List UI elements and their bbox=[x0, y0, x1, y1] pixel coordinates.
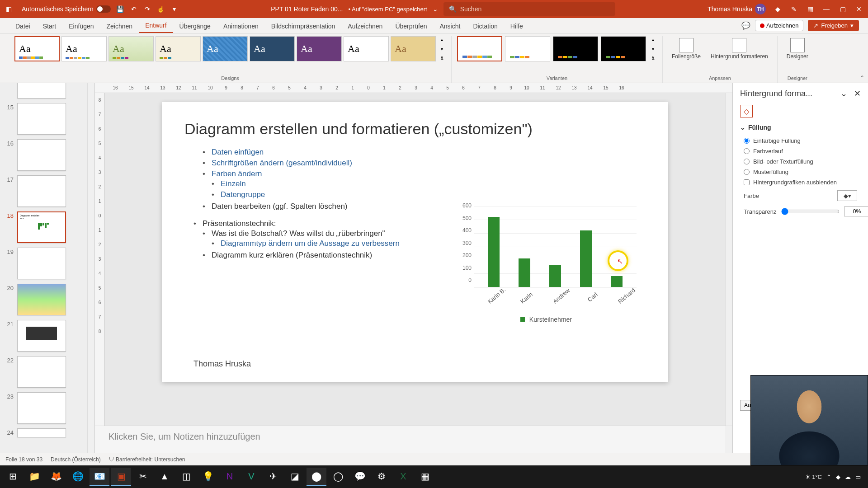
close-icon[interactable]: ✕ bbox=[854, 5, 863, 14]
accessibility-label[interactable]: ⛉ Barrierefreiheit: Untersuchen bbox=[109, 456, 185, 463]
start-button[interactable]: ⊞ bbox=[3, 468, 23, 486]
slide-thumb-22[interactable] bbox=[17, 356, 66, 388]
minimize-icon[interactable]: — bbox=[822, 5, 831, 14]
panel-close-icon[interactable]: ✕ bbox=[854, 89, 861, 98]
bullet-link[interactable]: Datengruppe bbox=[221, 190, 265, 199]
calendar-icon[interactable]: ▦ bbox=[806, 5, 815, 14]
gallery-up-icon[interactable]: ▴ bbox=[438, 37, 446, 42]
outlook-icon[interactable]: 📧 bbox=[90, 468, 109, 486]
chart-bar[interactable] bbox=[519, 258, 530, 287]
slide-thumb-20[interactable] bbox=[17, 284, 66, 315]
fill-pattern-option[interactable]: Musterfüllung bbox=[740, 167, 861, 177]
obs-icon[interactable]: ⬤ bbox=[307, 468, 326, 486]
tab-ansicht[interactable]: Ansicht bbox=[433, 19, 467, 33]
bullet-link[interactable]: Diagrammtyp ändern um die Aussage zu ver… bbox=[221, 239, 400, 248]
excel-icon[interactable]: X bbox=[393, 468, 413, 486]
slide-title[interactable]: Diagramm erstellen und formatieren („cus… bbox=[184, 120, 646, 138]
hide-bg-graphics-option[interactable]: Hintergrundgrafiken ausblenden bbox=[740, 177, 861, 188]
user-account[interactable]: Thomas Hruska TH bbox=[708, 4, 766, 14]
variant-1[interactable] bbox=[457, 36, 502, 61]
slide-thumb-23[interactable] bbox=[17, 392, 66, 424]
chart-object[interactable]: 600 500 400 300 200 100 0 bbox=[456, 206, 637, 333]
app-icon-2[interactable]: 💡 bbox=[198, 468, 218, 486]
share-button[interactable]: ↗ Freigeben ▾ bbox=[808, 20, 859, 31]
fill-solid-option[interactable]: Einfarbige Füllung bbox=[740, 136, 861, 146]
fill-gradient-option[interactable]: Farbverlauf bbox=[740, 146, 861, 156]
color-picker-button[interactable]: ◆▾ bbox=[837, 190, 857, 201]
search-input[interactable]: 🔍 Suchen bbox=[443, 2, 615, 16]
tray-cloud-icon[interactable]: ☁ bbox=[845, 474, 851, 480]
fill-tab-icon[interactable]: ◇ bbox=[740, 105, 753, 117]
bullet-link[interactable]: Einzeln bbox=[221, 179, 246, 188]
tray-expand-icon[interactable]: ⌃ bbox=[826, 474, 831, 480]
tab-aufzeichnen[interactable]: Aufzeichnen bbox=[341, 19, 389, 33]
tab-ueberpruefen[interactable]: Überprüfen bbox=[389, 19, 433, 33]
powerpoint-icon[interactable]: ▣ bbox=[111, 468, 131, 486]
vlc-icon[interactable]: ▲ bbox=[155, 468, 175, 486]
tab-bildschirmpraesentation[interactable]: Bildschirmpräsentation bbox=[265, 19, 342, 33]
bullet-link[interactable]: Daten einfügen bbox=[212, 148, 264, 156]
explorer-icon[interactable]: 📁 bbox=[24, 468, 44, 486]
designer-button[interactable]: Designer bbox=[783, 36, 812, 61]
app-icon-1[interactable]: ◫ bbox=[176, 468, 196, 486]
tab-datei[interactable]: Datei bbox=[9, 19, 37, 33]
slide-thumb-18[interactable]: Diagramm erstellen• • • bbox=[17, 211, 66, 243]
format-background-button[interactable]: Hintergrund formatieren bbox=[707, 36, 772, 61]
slide-thumb-15[interactable] bbox=[17, 103, 66, 135]
variant-4[interactable] bbox=[601, 36, 646, 61]
undo-icon[interactable]: ↶ bbox=[130, 5, 138, 13]
chrome-icon[interactable]: 🌐 bbox=[68, 468, 88, 486]
theme-gallery[interactable]: Aa Aa Aa Aa Aa Aa Aa Aa Aa ▴ ▾ ⊻ bbox=[14, 36, 446, 61]
theme-thumb-5[interactable]: Aa bbox=[203, 36, 248, 61]
variant-gallery[interactable]: ▴ ▾ ⊻ bbox=[457, 36, 657, 61]
saved-location-label[interactable]: • Auf "diesem PC" gespeichert bbox=[349, 6, 427, 13]
theme-thumb-7[interactable]: Aa bbox=[297, 36, 342, 61]
slide-thumb-24[interactable] bbox=[17, 428, 66, 437]
theme-thumb-2[interactable]: Aa bbox=[61, 36, 107, 61]
redo-icon[interactable]: ↷ bbox=[143, 5, 151, 13]
app-icon-3[interactable]: V bbox=[241, 468, 261, 486]
snip-icon[interactable]: ✂ bbox=[133, 468, 153, 486]
slide-counter[interactable]: Folie 18 von 33 bbox=[5, 456, 42, 463]
tab-start[interactable]: Start bbox=[37, 19, 63, 33]
chart-bar[interactable] bbox=[488, 217, 500, 287]
autosave-toggle[interactable]: Automatisches Speichern bbox=[22, 5, 111, 13]
variant-more-icon[interactable]: ⊻ bbox=[649, 56, 657, 61]
theme-thumb-4[interactable]: Aa bbox=[156, 36, 201, 61]
maximize-icon[interactable]: ▢ bbox=[838, 5, 847, 14]
notes-pane[interactable]: Klicken Sie, um Notizen hinzuzufügen bbox=[95, 426, 732, 453]
slide-canvas[interactable]: Diagramm erstellen und formatieren („cus… bbox=[105, 93, 725, 426]
save-icon[interactable]: 💾 bbox=[116, 5, 124, 13]
fill-picture-option[interactable]: Bild- oder Texturfüllung bbox=[740, 156, 861, 167]
app-icon-5[interactable]: ◯ bbox=[328, 468, 348, 486]
diamond-icon[interactable]: ◆ bbox=[773, 5, 782, 14]
slide-thumb-19[interactable] bbox=[17, 248, 66, 279]
slide-thumb-21[interactable] bbox=[17, 320, 66, 352]
tab-hilfe[interactable]: Hilfe bbox=[504, 19, 529, 33]
settings-icon[interactable]: ⚙ bbox=[372, 468, 392, 486]
app-icon-6[interactable]: ▦ bbox=[415, 468, 435, 486]
bullet-link[interactable]: Schriftgrößen ändern (gesamt/individuell… bbox=[212, 159, 352, 167]
telegram-icon[interactable]: ✈ bbox=[263, 468, 283, 486]
transparency-slider[interactable] bbox=[781, 208, 840, 215]
tab-dictation[interactable]: Dictation bbox=[467, 19, 504, 33]
variant-down-icon[interactable]: ▾ bbox=[649, 47, 657, 52]
notes-scrollbar[interactable] bbox=[725, 426, 732, 453]
comments-icon[interactable]: 💬 bbox=[741, 21, 750, 30]
app-icon-4[interactable]: ◪ bbox=[285, 468, 305, 486]
theme-thumb-3[interactable]: Aa bbox=[108, 36, 154, 61]
onenote-icon[interactable]: N bbox=[220, 468, 240, 486]
variant-2[interactable] bbox=[505, 36, 550, 61]
chart-bar[interactable] bbox=[580, 230, 592, 287]
tab-einfuegen[interactable]: Einfügen bbox=[62, 19, 100, 33]
fill-section-header[interactable]: ⌄ Füllung bbox=[740, 124, 861, 131]
chevron-down-icon[interactable]: ⌄ bbox=[433, 5, 438, 13]
qat-more-icon[interactable]: ▾ bbox=[170, 5, 179, 13]
transparency-input[interactable] bbox=[844, 206, 868, 216]
filename-label[interactable]: PPT 01 Roter Faden 00... bbox=[271, 5, 343, 13]
tab-zeichnen[interactable]: Zeichnen bbox=[100, 19, 139, 33]
slide-thumb-16[interactable] bbox=[17, 139, 66, 171]
gallery-more-icon[interactable]: ⊻ bbox=[438, 56, 446, 61]
firefox-icon[interactable]: 🦊 bbox=[46, 468, 66, 486]
tab-animationen[interactable]: Animationen bbox=[217, 19, 265, 33]
